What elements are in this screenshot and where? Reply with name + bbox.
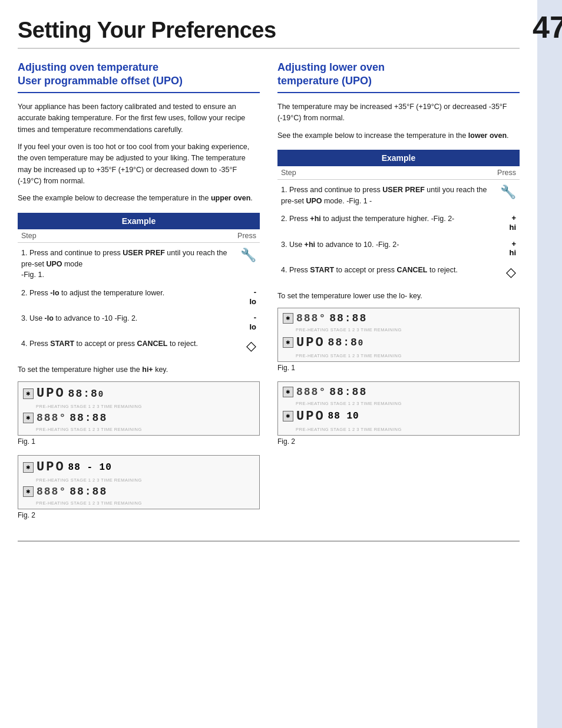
- display-icon-1: ✱: [23, 388, 34, 399]
- right-fig2-row1: ✱ 888° 88:88: [283, 385, 514, 399]
- step-1-press: 🔧: [234, 242, 260, 283]
- user-pref-icon: 🔧: [240, 248, 256, 263]
- right-fig1-row2: ✱ UPO 88:80: [283, 334, 514, 351]
- table-row: 4. Press START to accept or press CANCEL…: [18, 334, 260, 356]
- left-example-table: Example Step Press 1. Press and continue…: [18, 213, 260, 357]
- right-col-press-header: Press: [494, 166, 520, 180]
- right-start-diamond-icon: ◇: [506, 265, 516, 279]
- right-fig1-label: Fig. 1: [277, 364, 520, 372]
- table-row: 2. Press +hi to adjust the temperature h…: [277, 209, 520, 234]
- display-icon-3: ✱: [23, 462, 34, 473]
- right-sidebar: 47: [537, 0, 562, 728]
- right-step-2-press: +hi: [494, 209, 520, 234]
- left-fig2-meta1: PRE-HEATING STAGE 1 2 3 TIME REMAINING: [36, 477, 254, 483]
- step-3-text: 3. Use -lo to advance to -10 -Fig. 2.: [18, 308, 234, 334]
- right-para2: See the example below to increase the te…: [277, 130, 520, 141]
- display-icon-4: ✱: [23, 486, 34, 497]
- right-fig1-display: ✱ 888° 88:88 PRE-HEATING STAGE 1 2 3 TIM…: [277, 308, 520, 362]
- right-fig2-meta1: PRE-HEATING STAGE 1 2 3 TIME REMAINING: [296, 401, 514, 406]
- left-column: Adjusting oven temperature User programm…: [18, 61, 260, 529]
- left-fig2-row2: ✱ 888° 88:88: [23, 485, 254, 499]
- right-para1: The temperature may be increased +35°F (…: [277, 101, 520, 124]
- step-3-press: -lo: [234, 308, 260, 334]
- right-col-step-header: Step: [277, 166, 494, 180]
- table-row: 1. Press and continue to press USER PREF…: [277, 179, 520, 209]
- main-content: Setting Your Preferences Adjusting oven …: [0, 0, 537, 728]
- two-column-layout: Adjusting oven temperature User programm…: [18, 61, 520, 529]
- table-row: 1. Press and continue to press USER PREF…: [18, 242, 260, 283]
- right-step-4-text: 4. Press START to accept or press CANCEL…: [277, 260, 494, 282]
- right-step-3-text: 3. Use +hi to advance to 10. -Fig. 2-: [277, 235, 494, 260]
- right-note: To set the temperature lower use the lo-…: [277, 291, 520, 302]
- right-step-1-text: 1. Press and continue to press USER PREF…: [277, 179, 494, 209]
- right-display-icon-1: ✱: [283, 313, 293, 324]
- right-display-icon-2: ✱: [283, 337, 293, 348]
- left-note: To set the temperature higher use the hi…: [18, 364, 260, 375]
- table-row: 3. Use -lo to advance to -10 -Fig. 2. -l…: [18, 308, 260, 334]
- left-col-press-header: Press: [234, 229, 260, 243]
- right-step-1-press: 🔧: [494, 179, 520, 209]
- left-para1: Your appliance has been factory calibrat…: [18, 101, 260, 136]
- page-wrapper: Setting Your Preferences Adjusting oven …: [0, 0, 562, 728]
- right-fig2-meta2: PRE-HEATING STAGE 1 2 3 TIME REMAINING: [296, 427, 514, 432]
- page-title: Setting Your Preferences: [18, 18, 520, 49]
- right-user-pref-icon: 🔧: [500, 185, 516, 200]
- right-fig1-row1: ✱ 888° 88:88: [283, 311, 514, 325]
- right-step-3-press: +hi: [494, 235, 520, 260]
- left-fig1-meta1: PRE-HEATING STAGE 1 2 3 TIME REMAINING: [36, 404, 254, 409]
- page-number: 47: [533, 12, 562, 42]
- right-fig1: ✱ 888° 88:88 PRE-HEATING STAGE 1 2 3 TIM…: [277, 308, 520, 372]
- step-4-text: 4. Press START to accept or press CANCEL…: [18, 334, 234, 356]
- table-row: 2. Press -lo to adjust the temperature l…: [18, 283, 260, 308]
- left-fig2-meta2: PRE-HEATING STAGE 1 2 3 TIME REMAINING: [36, 500, 254, 506]
- right-fig1-meta1: PRE-HEATING STAGE 1 2 3 TIME REMAINING: [296, 327, 514, 332]
- start-diamond-icon: ◇: [246, 338, 256, 353]
- right-section-heading: Adjusting lower oven temperature (UPO): [277, 61, 520, 93]
- left-fig2-label: Fig. 2: [18, 511, 260, 519]
- left-fig2-row1: ✱ UPO 88 - 10: [23, 459, 254, 476]
- left-section-heading: Adjusting oven temperature User programm…: [18, 61, 260, 93]
- left-fig2: ✱ UPO 88 - 10 PRE-HEATING STAGE 1 2 3 TI…: [18, 455, 260, 519]
- left-para3: See the example below to decrease the te…: [18, 193, 260, 204]
- left-fig1: ✱ UPO 88:80 PRE-HEATING STAGE 1 2 3 TIME…: [18, 381, 260, 446]
- right-fig2-display: ✱ 888° 88:88 PRE-HEATING STAGE 1 2 3 TIM…: [277, 381, 520, 436]
- left-fig1-display: ✱ UPO 88:80 PRE-HEATING STAGE 1 2 3 TIME…: [18, 381, 260, 436]
- right-table-header: Example: [277, 150, 520, 166]
- left-para2: If you feel your oven is too hot or too …: [18, 141, 260, 187]
- left-fig1-row1: ✱ UPO 88:80: [23, 385, 254, 402]
- right-step-2-text: 2. Press +hi to adjust the temperature h…: [277, 209, 494, 234]
- table-row: 3. Use +hi to advance to 10. -Fig. 2- +h…: [277, 235, 520, 260]
- right-step-4-press: ◇: [494, 260, 520, 282]
- right-fig2-label: Fig. 2: [277, 437, 520, 446]
- right-fig2-row2: ✱ UPO 88 10: [283, 408, 514, 425]
- left-col-step-header: Step: [18, 229, 234, 243]
- right-fig2: ✱ 888° 88:88 PRE-HEATING STAGE 1 2 3 TIM…: [277, 381, 520, 446]
- step-4-press: ◇: [234, 334, 260, 356]
- left-table-header: Example: [18, 213, 260, 229]
- right-column: Adjusting lower oven temperature (UPO) T…: [277, 61, 520, 529]
- step-1-text: 1. Press and continue to press USER PREF…: [18, 242, 234, 283]
- bottom-rule: [18, 541, 520, 542]
- step-2-text: 2. Press -lo to adjust the temperature l…: [18, 283, 234, 308]
- left-fig2-display: ✱ UPO 88 - 10 PRE-HEATING STAGE 1 2 3 TI…: [18, 455, 260, 509]
- display-icon-2: ✱: [23, 413, 34, 423]
- right-display-icon-4: ✱: [283, 411, 293, 421]
- step-2-press: -lo: [234, 283, 260, 308]
- left-fig1-meta2: PRE-HEATING STAGE 1 2 3 TIME REMAINING: [36, 427, 254, 432]
- left-fig1-row2: ✱ 888° 88:88: [23, 411, 254, 425]
- right-example-table: Example Step Press 1. Press and continue…: [277, 150, 520, 282]
- right-fig1-meta2: PRE-HEATING STAGE 1 2 3 TIME REMAINING: [296, 353, 514, 358]
- right-display-icon-3: ✱: [283, 387, 293, 397]
- left-fig1-label: Fig. 1: [18, 437, 260, 446]
- table-row: 4. Press START to accept or press CANCEL…: [277, 260, 520, 282]
